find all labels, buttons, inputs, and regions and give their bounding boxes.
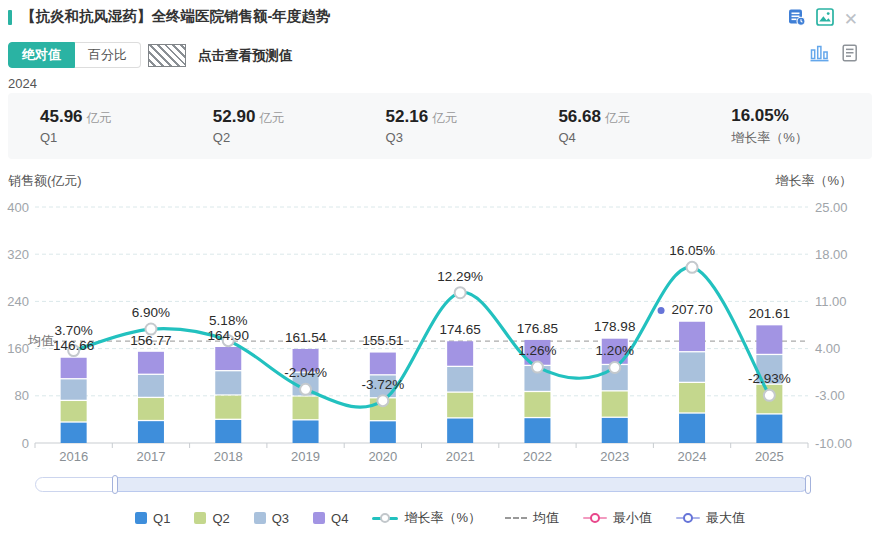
legend-item-Q4[interactable]: Q4: [313, 511, 348, 526]
bar-2024-Q4[interactable]: [679, 322, 705, 351]
stat-label: Q2: [213, 130, 354, 145]
x-label-2019: 2019: [291, 449, 320, 464]
growth-point-2020[interactable]: [377, 395, 388, 406]
bar-2025-Q1[interactable]: [756, 415, 782, 443]
close-icon[interactable]: ✕: [844, 11, 858, 28]
forecast-hint[interactable]: 点击查看预测值: [198, 47, 293, 65]
growth-label-2025: -2.93%: [748, 371, 791, 386]
legend-item-Q1[interactable]: Q1: [135, 511, 170, 526]
toggle-btn-1[interactable]: 百分比: [75, 42, 141, 68]
growth-label-2017: 6.90%: [132, 305, 170, 320]
right-tick-25: 25.00: [815, 200, 848, 215]
bar-2016-Q3[interactable]: [61, 379, 87, 399]
stat-value: 52.90亿元: [213, 107, 354, 127]
chart-legend: Q1Q2Q3Q4增长率（%）均值最小值最大值: [0, 509, 880, 527]
legend-label: Q1: [153, 511, 170, 526]
bar-2016-Q4[interactable]: [61, 358, 87, 378]
data-zoom-slider[interactable]: [35, 477, 808, 492]
growth-label-2016: 3.70%: [55, 323, 93, 338]
growth-point-2019[interactable]: [300, 384, 311, 395]
bar-2018-Q4[interactable]: [215, 347, 241, 370]
bar-2022-Q2[interactable]: [524, 392, 550, 417]
stat-value: 52.16亿元: [386, 107, 527, 127]
bar-2016-Q1[interactable]: [61, 423, 87, 443]
export-excel-icon[interactable]: [788, 8, 806, 30]
growth-point-2024[interactable]: [687, 262, 698, 273]
bar-2018-Q1[interactable]: [215, 420, 241, 443]
bar-2024-Q2[interactable]: [679, 383, 705, 412]
chart-svg: 销售额(亿元)增长率（%）40025.0032018.0024011.00160…: [0, 168, 880, 476]
header-icon-group: ✕: [788, 8, 858, 30]
legend-item-最大值[interactable]: 最大值: [676, 509, 745, 527]
growth-label-2024: 16.05%: [669, 243, 715, 258]
bar-2021-Q1[interactable]: [447, 419, 473, 443]
legend-item-增长率（%）[interactable]: 增长率（%）: [372, 509, 481, 527]
stat-unit: 亿元: [87, 111, 112, 125]
data-zoom-handle-left[interactable]: [112, 475, 118, 494]
legend-item-Q3[interactable]: Q3: [254, 511, 289, 526]
legend-item-均值[interactable]: 均值: [505, 509, 559, 527]
bar-2017-Q2[interactable]: [138, 398, 164, 420]
summary-stats-panel: 45.96亿元Q152.90亿元Q252.16亿元Q356.68亿元Q416.0…: [8, 93, 872, 159]
data-view-icon[interactable]: [842, 44, 858, 66]
legend-item-Q2[interactable]: Q2: [194, 511, 229, 526]
x-label-2022: 2022: [523, 449, 552, 464]
bar-2017-Q1[interactable]: [138, 421, 164, 443]
growth-point-2022[interactable]: [532, 362, 543, 373]
legend-label: 最小值: [613, 509, 652, 527]
bar-2021-Q2[interactable]: [447, 393, 473, 417]
x-label-2018: 2018: [214, 449, 243, 464]
right-tick-4: 4.00: [815, 341, 840, 356]
bar-label-2019: 161.54: [285, 330, 327, 345]
stat-item-Q2: 52.90亿元Q2: [181, 107, 354, 145]
toggle-btn-0[interactable]: 绝对值: [8, 42, 75, 68]
bar-2019-Q2[interactable]: [293, 397, 319, 420]
bar-label-2016: 146.66: [53, 338, 94, 353]
chart-tool-icons: [810, 44, 858, 66]
bar-2020-Q4[interactable]: [370, 353, 396, 375]
save-image-icon[interactable]: [816, 8, 834, 30]
left-tick-320: 320: [7, 247, 29, 262]
stat-value: 45.96亿元: [40, 107, 181, 127]
bar-2024-Q3[interactable]: [679, 352, 705, 381]
bar-2017-Q3[interactable]: [138, 375, 164, 397]
growth-point-2025[interactable]: [764, 390, 775, 401]
bar-2024-Q1[interactable]: [679, 414, 705, 443]
bar-label-2023: 178.98: [594, 319, 635, 334]
bar-label-2020: 155.51: [362, 333, 403, 348]
bar-2018-Q2[interactable]: [215, 396, 241, 419]
data-zoom-handle-right[interactable]: [805, 475, 811, 494]
growth-label-2022: 1.26%: [518, 343, 556, 358]
legend-item-最小值[interactable]: 最小值: [583, 509, 652, 527]
legend-label: 均值: [533, 509, 559, 527]
bar-2016-Q2[interactable]: [61, 401, 87, 421]
bar-2018-Q3[interactable]: [215, 371, 241, 394]
growth-label-2020: -3.72%: [361, 377, 404, 392]
growth-point-2023[interactable]: [609, 362, 620, 373]
legend-label: 最大值: [706, 509, 745, 527]
stat-label: 增长率（%）: [731, 129, 872, 147]
bar-2023-Q1[interactable]: [602, 418, 628, 443]
bar-2023-Q2[interactable]: [602, 392, 628, 417]
bar-2022-Q1[interactable]: [524, 418, 550, 443]
stat-item-增长率（%）: 16.05%增长率（%）: [699, 106, 872, 147]
chart-type-icon[interactable]: [810, 45, 829, 66]
bar-2019-Q1[interactable]: [293, 420, 319, 443]
growth-point-2021[interactable]: [455, 287, 466, 298]
bar-label-2024: 207.70: [671, 302, 712, 317]
x-label-2020: 2020: [368, 449, 397, 464]
bar-2025-Q4[interactable]: [756, 325, 782, 353]
forecast-hatch-swatch[interactable]: [148, 44, 186, 67]
left-tick-160: 160: [7, 341, 29, 356]
bar-2021-Q3[interactable]: [447, 367, 473, 391]
growth-label-2021: 12.29%: [437, 269, 483, 284]
bar-2020-Q1[interactable]: [370, 421, 396, 443]
data-zoom-selection[interactable]: [115, 477, 808, 492]
stat-unit: 亿元: [605, 111, 630, 125]
stat-unit: 亿元: [432, 111, 457, 125]
x-label-2016: 2016: [59, 449, 88, 464]
x-label-2025: 2025: [755, 449, 784, 464]
bar-2021-Q4[interactable]: [447, 341, 473, 365]
right-tick--3: -3.00: [815, 388, 845, 403]
bar-2017-Q4[interactable]: [138, 352, 164, 374]
